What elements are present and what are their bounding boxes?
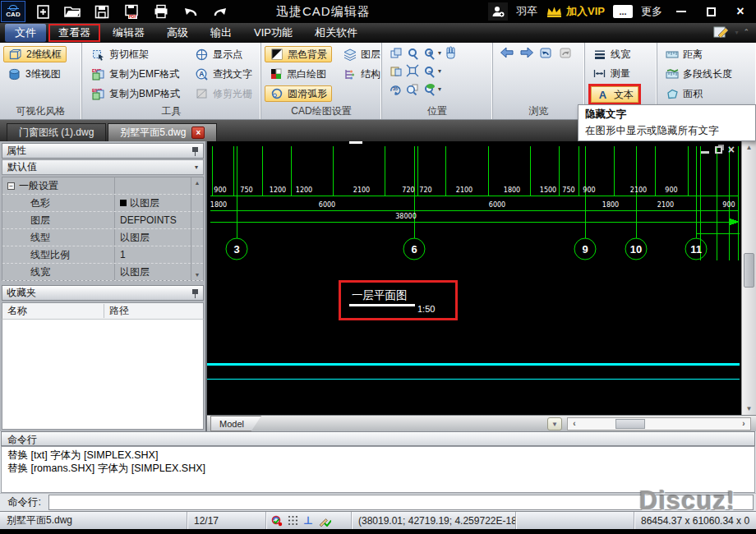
doc-tab-active[interactable]: 别墅平面5.dwg× (108, 123, 217, 141)
property-row-color[interactable]: 色彩以图层 (2, 195, 203, 212)
zoom-selected-button[interactable] (422, 82, 436, 95)
zoom-selected-caret[interactable]: ▾ (438, 85, 441, 93)
model-tab[interactable]: Model (210, 416, 261, 431)
drawing-canvas[interactable]: 9007501200120021007207202100180015007509… (207, 141, 756, 431)
area-button[interactable]: 面积 (661, 85, 736, 102)
doc-tab-inactive[interactable]: 门窗图纸 (1).dwg (7, 123, 106, 141)
wireframe-2d-button[interactable]: 2维线框 (3, 46, 67, 62)
rotate-view-button[interactable]: 35° (389, 82, 403, 95)
polyline-length-button[interactable]: 多段线长度 (661, 66, 736, 82)
find-text-button[interactable]: A查找文字 (191, 66, 256, 82)
ortho-icon[interactable]: ⊥ (303, 514, 313, 527)
pin-icon[interactable] (191, 288, 199, 298)
copy-bmp-button[interactable]: BMP复制为BMP格式 (87, 85, 184, 102)
smooth-arc-toggle[interactable]: 圆滑弧形 (265, 85, 332, 102)
username-label[interactable]: 羽卒 (516, 4, 537, 19)
menu-tab-vip[interactable]: VIP功能 (244, 24, 302, 42)
property-group-row[interactable]: −一般设置 (2, 177, 203, 195)
annotate-pencil-icon[interactable] (713, 25, 730, 39)
pin-icon[interactable] (191, 146, 199, 156)
collapse-ribbon-icon[interactable]: ⌃ (743, 28, 749, 36)
cut-frame-button[interactable]: 剪切框架 (87, 46, 184, 62)
vertical-scroll-thumb[interactable] (744, 253, 754, 288)
show-points-button[interactable]: 显示点 (191, 46, 256, 62)
minimize-button[interactable] (671, 3, 692, 20)
maximize-button[interactable] (700, 3, 721, 20)
vertical-scrollbar[interactable]: ▲ ▼ (741, 141, 756, 415)
view-3d-button[interactable]: 3维视图 (3, 66, 67, 82)
view-forward-button[interactable] (519, 46, 533, 59)
color-swatch (120, 200, 127, 206)
redo-button[interactable] (208, 2, 233, 21)
scroll-down-icon[interactable]: ▼ (742, 403, 756, 415)
property-row-lineweight[interactable]: 线宽以图层 (2, 264, 203, 281)
measure-button[interactable]: 测量 (588, 65, 641, 81)
property-row-layer[interactable]: 图层DEFPOINTS (2, 212, 203, 229)
bw-drawing-toggle[interactable]: 黑白绘图 (265, 66, 332, 82)
column-path[interactable]: 路径 (104, 304, 203, 318)
child-restore-icon[interactable] (715, 146, 722, 154)
menu-tab-output[interactable]: 输出 (201, 24, 242, 42)
properties-preset-dropdown[interactable]: 默认值▾ (2, 159, 204, 175)
zoom-previous-button[interactable] (405, 82, 419, 95)
horizontal-scrollbar[interactable]: ‹ › (567, 417, 751, 430)
print-button[interactable] (149, 2, 173, 21)
menu-tab-related[interactable]: 相关软件 (305, 24, 367, 42)
zoom-out-button[interactable]: − (422, 64, 436, 77)
save-button[interactable] (90, 2, 114, 21)
layers-button[interactable]: 图层 (339, 46, 385, 62)
scroll-right-icon[interactable]: › (737, 418, 750, 430)
dimension-label: 1200 (296, 186, 312, 194)
property-grid-scrollbar[interactable]: ▲▼ (191, 177, 203, 280)
child-close-icon[interactable]: × (728, 145, 735, 154)
more-dots-icon[interactable]: ... (613, 5, 633, 18)
property-row-linetype[interactable]: 线型以图层 (2, 229, 203, 246)
line-width-button[interactable]: 线宽 (588, 46, 641, 62)
more-menu-button[interactable]: 更多 (641, 4, 662, 19)
menu-tab-file[interactable]: 文件 (5, 24, 46, 42)
save-as-pdf-button[interactable]: PDF (119, 2, 144, 21)
horizontal-scroll-thumb[interactable] (615, 419, 645, 429)
close-button[interactable]: × (730, 3, 751, 20)
menu-tab-advanced[interactable]: 高级 (157, 24, 198, 42)
menu-tab-editor[interactable]: 编辑器 (103, 24, 154, 42)
view-back-button[interactable] (500, 46, 514, 59)
snap-icon[interactable] (271, 515, 283, 527)
pencil-dropdown-caret[interactable]: ▾ (735, 29, 738, 36)
menu-tab-viewer[interactable]: 查看器 (48, 24, 100, 42)
distance-button[interactable]: 距离 (661, 46, 736, 62)
scroll-up-icon[interactable]: ▲ (742, 141, 756, 154)
text-toggle-button[interactable]: A文本 (591, 86, 638, 103)
open-file-button[interactable] (60, 2, 85, 21)
zoom-in-caret[interactable]: ▾ (438, 49, 441, 57)
zoom-extents-button[interactable] (405, 64, 419, 77)
property-row-ltscale[interactable]: 线型比例1 (2, 246, 203, 264)
join-vip-button[interactable]: 加入VIP (546, 4, 605, 19)
favorites-list-empty[interactable] (2, 320, 204, 430)
new-file-button[interactable] (30, 2, 55, 21)
draft-check-icon[interactable] (318, 515, 331, 527)
black-background-toggle[interactable]: 黑色背景 (265, 46, 332, 62)
grid-icon[interactable] (288, 515, 298, 526)
scroll-left-icon[interactable]: ‹ (568, 418, 581, 430)
view-undo-button[interactable] (539, 46, 553, 59)
tab-close-button[interactable]: × (191, 127, 205, 139)
structure-button[interactable]: 结构 (339, 66, 385, 82)
collapse-icon[interactable]: − (7, 182, 15, 190)
tab-list-dropdown[interactable]: ▼ (547, 417, 562, 430)
dimension-label: 2100 (630, 186, 647, 194)
zoom-window-button[interactable] (405, 46, 419, 59)
copy-view-button[interactable] (389, 46, 403, 59)
zoom-out-caret[interactable]: ▾ (438, 67, 441, 75)
child-minimize-icon[interactable] (701, 151, 709, 154)
bubble-number: 11 (690, 243, 702, 255)
app-logo[interactable]: CAD (1, 1, 25, 22)
column-name[interactable]: 名称 (2, 304, 104, 318)
paste-view-button[interactable] (389, 64, 403, 77)
undo-button[interactable] (178, 2, 203, 21)
dimension-label: 2100 (657, 201, 674, 209)
user-account-icon[interactable] (488, 2, 508, 21)
zoom-in-button[interactable]: + (422, 46, 436, 59)
copy-emf-button[interactable]: EMF复制为EMF格式 (87, 66, 184, 82)
pan-button[interactable] (444, 46, 458, 59)
